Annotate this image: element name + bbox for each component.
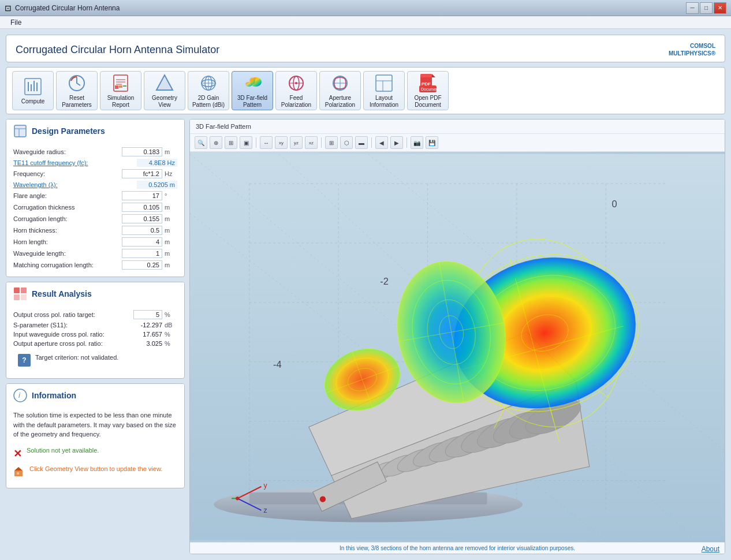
close-button[interactable]: ✕ [714,2,726,14]
svg-rect-11 [119,85,122,88]
waveguide-radius-input[interactable] [122,147,162,156]
xy-view-button[interactable]: xy [275,136,288,149]
design-params-icon [13,124,27,138]
result-analysis-section: Result Analysis Output cross pol. ratio … [6,282,185,379]
design-parameters-body: Waveguide radius: m TE11 cutoff frequenc… [6,143,184,277]
information-body: The solution time is expected to be less… [6,407,184,488]
horn-length-input[interactable] [122,237,162,247]
pdf-icon: PDF Document [417,73,438,94]
geometry-view-label: Geometry View [147,95,182,109]
warning-cube-icon [13,466,25,480]
matching-corrugation-input[interactable] [122,260,162,270]
corrugation-length-input[interactable] [122,214,162,223]
param-frequency: Frequency: Hz [13,168,177,180]
information-text: The solution time is expected to be less… [13,410,177,439]
grid-button[interactable]: ⊞ [325,136,338,149]
waveguide-length-input[interactable] [122,249,162,258]
maximize-button[interactable]: □ [700,2,713,14]
frequency-input[interactable] [122,169,162,178]
param-wavelength: Wavelength (λ): 0.5205 m [13,180,177,190]
design-parameters-section: Design Parameters Waveguide radius: m TE… [6,119,185,277]
svg-text:i: i [18,391,21,400]
viz-toolbar: 🔍 ⊕ ⊞ ▣ ↔ xy yz xz ⊞ ⬡ ▬ ◀ ▶ 📷 💾 [190,134,725,152]
param-flare-angle: Flare angle: ° [13,190,177,201]
horn-thickness-input[interactable] [122,226,162,235]
svg-rect-0 [25,79,41,95]
svg-rect-12 [123,85,126,87]
info-click-geometry: Click Geometry View button to update the… [13,462,177,482]
3d-far-field-button[interactable]: 3D Far-field Pattern [232,71,273,110]
compute-button[interactable]: Compute [12,71,54,110]
rotate-button[interactable]: ↔ [260,136,273,149]
geometry-view-button[interactable]: Geometry View [144,71,185,110]
information-icon: i [13,389,27,402]
yz-view-button[interactable]: yz [290,136,303,149]
param-horn-thickness: Horn thickness: m [13,225,177,236]
svg-text:0: 0 [612,199,617,209]
app-icon: ⊡ [5,3,12,13]
layout-information-button[interactable]: Layout Information [363,71,405,110]
content-area: Design Parameters Waveguide radius: m TE… [6,119,725,554]
result-analysis-icon [13,287,27,301]
prev-button[interactable]: ◀ [375,136,388,149]
toolbar-sep-1 [256,137,256,148]
zoom-in-button[interactable]: ⊕ [210,136,222,149]
svg-rect-30 [376,75,392,91]
2d-gain-button[interactable]: 2D Gain Pattern (dBi) [188,71,229,110]
save-button[interactable]: 💾 [426,136,438,149]
comsol-logo: COMSOL MULTIPHYSICS® [669,42,715,57]
2dgain-icon [198,73,219,94]
svg-rect-45 [21,294,27,300]
reset-label: Reset Parameters [59,95,95,109]
svg-rect-10 [115,85,118,89]
right-panel: 3D Far-field Pattern 🔍 ⊕ ⊞ ▣ ↔ xy yz xz … [189,119,725,554]
feedpol-icon [286,73,307,94]
param-horn-length: Horn length: m [13,236,177,248]
param-waveguide-radius: Waveguide radius: m [13,146,177,158]
zoom-region-button[interactable]: ⊞ [225,136,237,149]
status-question-icon: ? [18,354,31,367]
app-title: Corrugated Circular Horn Antenna Simulat… [16,44,219,56]
about-link[interactable]: About [702,545,719,553]
flare-angle-input[interactable] [122,191,162,200]
svg-text:-2: -2 [380,276,389,286]
feed-polarization-button[interactable]: Feed Polarization [275,71,317,110]
menu-file[interactable]: File [5,17,27,28]
layout-information-label: Layout Information [366,95,402,109]
svg-marker-49 [14,467,23,471]
result-analysis-header: Result Analysis [6,282,184,305]
param-waveguide-length: Waveguide length: m [13,248,177,259]
svg-point-26 [295,82,297,84]
open-pdf-button[interactable]: PDF Document Open PDF Document [407,71,449,110]
xz-view-button[interactable]: xz [305,136,318,149]
svg-marker-14 [156,75,173,90]
zoom-window-button[interactable]: ▣ [240,136,252,149]
param-te11-cutoff: TE11 cutoff frequency (fc): 4.8E8 Hz [13,158,177,168]
compute-icon [23,76,43,97]
left-panel: Design Parameters Waveguide radius: m TE… [6,119,185,554]
camera-button[interactable]: 📷 [411,136,423,149]
surface-button[interactable]: ▬ [355,136,368,149]
zoom-fit-button[interactable]: 🔍 [195,136,207,149]
simulation-report-button[interactable]: Simulation Report [100,71,141,110]
cross-pol-target-input[interactable] [133,310,162,319]
title-bar-left: ⊡ Corrugated Circular Horn Antenna [5,3,120,13]
minimize-button[interactable]: ─ [686,2,699,14]
aperture-polarization-button[interactable]: Aperture Polarization [319,71,361,110]
toolbar-sep-2 [321,137,322,148]
corrugation-thickness-input[interactable] [122,203,162,212]
title-text: Corrugated Circular Horn Antenna [15,4,120,12]
geometry-icon [154,73,175,94]
information-header: i Information [6,384,184,407]
result-analysis-body: Output cross pol. ratio target: % S-para… [6,305,184,378]
svg-rect-43 [21,288,27,293]
3dpattern-icon [242,73,263,94]
wireframe-button[interactable]: ⬡ [340,136,353,149]
open-pdf-label: Open PDF Document [410,95,446,109]
svg-point-115 [236,496,239,500]
reset-parameters-button[interactable]: Reset Parameters [56,71,98,110]
2d-gain-label: 2D Gain Pattern (dBi) [191,95,226,109]
error-x-icon: ✕ [13,447,22,460]
next-button[interactable]: ▶ [390,136,403,149]
svg-rect-50 [17,472,19,475]
